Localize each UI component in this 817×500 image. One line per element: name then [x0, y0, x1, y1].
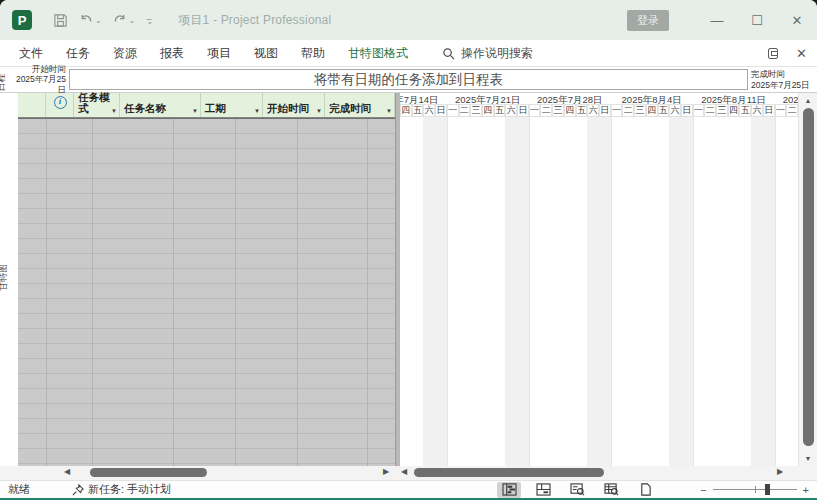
- tell-me-search[interactable]: 操作说明搜索: [442, 45, 533, 62]
- project-app-icon: P: [12, 10, 32, 30]
- day-header-cell: 五: [739, 104, 751, 116]
- chart-scroll-left-icon[interactable]: ◀: [401, 467, 407, 476]
- weekend-shading: [423, 117, 435, 466]
- row-id-header[interactable]: [18, 93, 46, 117]
- day-header-cell: 二: [786, 104, 798, 116]
- week-gridline: [529, 117, 530, 466]
- column-gridline: [46, 119, 47, 466]
- undo-dropdown-icon[interactable]: ⌄: [95, 16, 102, 25]
- day-header-cell: 二: [704, 104, 716, 116]
- column-header-label: 任务名称: [124, 103, 166, 114]
- day-header-cell: 三: [470, 104, 482, 116]
- zoom-out-button[interactable]: −: [700, 484, 706, 496]
- column-gridline: [235, 119, 236, 466]
- info-column-header[interactable]: i: [46, 93, 74, 117]
- table-body-grid[interactable]: [18, 118, 395, 466]
- timeline-pane: 日程 开始时间2025年7月25日 将带有日期的任务添加到日程表 完成时间202…: [0, 66, 817, 93]
- filter-dropdown-icon[interactable]: ▼: [316, 108, 322, 114]
- window-title: 项目1 - Project Professional: [178, 12, 331, 29]
- day-header-cell: 四: [728, 104, 740, 116]
- column-header-2[interactable]: 工期▼: [201, 93, 263, 117]
- collapse-ribbon-icon[interactable]: ✕: [796, 46, 807, 61]
- undo-button[interactable]: ⌄: [75, 11, 105, 30]
- chart-timescale: 2025年7月14日2025年7月21日2025年7月28日2025年8月4日2…: [400, 93, 798, 117]
- weekend-shading: [599, 117, 611, 466]
- filter-dropdown-icon[interactable]: ▼: [386, 108, 392, 114]
- filter-dropdown-icon[interactable]: ▼: [111, 108, 117, 114]
- timeline-add-tasks-box[interactable]: 将带有日期的任务添加到日程表: [69, 69, 748, 90]
- ribbon-tab-2[interactable]: 资源: [103, 41, 147, 66]
- zoom-in-button[interactable]: +: [803, 484, 809, 496]
- weekend-shading: [587, 117, 599, 466]
- search-label: 操作说明搜索: [461, 45, 533, 62]
- resource-sheet-view-button[interactable]: [599, 482, 623, 498]
- table-scroll-thumb[interactable]: [90, 468, 207, 477]
- day-header-cell: 日: [599, 104, 611, 116]
- weekend-shading: [435, 117, 447, 466]
- table-scroll-left-icon[interactable]: ◀: [64, 467, 70, 476]
- ribbon-tab-0[interactable]: 文件: [9, 41, 53, 66]
- save-icon[interactable]: [50, 11, 71, 30]
- column-gridline: [297, 119, 298, 466]
- column-header-1[interactable]: 任务名称▼: [120, 93, 201, 117]
- gantt-chart-view-button[interactable]: [497, 482, 521, 498]
- ribbon-tab-4[interactable]: 项目: [197, 41, 241, 66]
- day-header-cell: 日: [681, 104, 693, 116]
- column-header-3[interactable]: 开始时间▼: [263, 93, 325, 117]
- redo-dropdown-icon[interactable]: ⌄: [129, 16, 136, 25]
- day-header-cell: 日: [435, 104, 447, 116]
- task-table: i 任务模式▼任务名称▼工期▼开始时间▼完成时间▼: [18, 93, 395, 466]
- maximize-button[interactable]: ☐: [737, 0, 777, 40]
- zoom-slider-handle[interactable]: [765, 484, 770, 495]
- day-header-cell: 二: [540, 104, 552, 116]
- day-header-cell: 三: [634, 104, 646, 116]
- filter-dropdown-icon[interactable]: ▼: [254, 108, 260, 114]
- ribbon-tab-5[interactable]: 视图: [244, 41, 288, 66]
- column-header-4[interactable]: 完成时间▼: [325, 93, 395, 117]
- week-gridline: [693, 117, 694, 466]
- quick-access-toolbar: ⌄ ⌄ ⚊⌄: [50, 11, 156, 30]
- new-tasks-mode-button[interactable]: 新任务: 手动计划: [72, 482, 171, 497]
- chart-week-row: 2025年7月14日2025年7月21日2025年7月28日2025年8月4日2…: [400, 93, 798, 104]
- chart-day-row: 四五六日一二三四五六日一二三四五六日一二三四五六日一二三四五六日一二: [400, 104, 798, 117]
- day-header-cell: 一: [529, 104, 541, 116]
- chart-scroll-right-icon[interactable]: ▶: [777, 467, 783, 476]
- weekend-shading: [763, 117, 775, 466]
- column-gridline: [92, 119, 93, 466]
- close-button[interactable]: ✕: [777, 0, 817, 40]
- minimize-button[interactable]: —: [697, 0, 737, 40]
- day-header-cell: 六: [669, 104, 681, 116]
- day-header-cell: 二: [459, 104, 471, 116]
- customize-toolbar-icon[interactable]: ⚊⌄: [142, 14, 156, 26]
- vertical-scrollbar[interactable]: ▲ ▼: [798, 93, 817, 466]
- filter-dropdown-icon[interactable]: ▼: [192, 108, 198, 114]
- report-view-button[interactable]: [633, 482, 657, 498]
- vertical-scroll-thumb[interactable]: [803, 108, 814, 446]
- weekend-shading: [517, 117, 529, 466]
- ribbon-tab-3[interactable]: 报表: [150, 41, 194, 66]
- timeline-start: 开始时间2025年7月25日: [0, 64, 66, 96]
- ribbon-tab-1[interactable]: 任务: [56, 41, 100, 66]
- team-planner-view-button[interactable]: [565, 482, 589, 498]
- gantt-chart-area[interactable]: 2025年7月14日2025年7月21日2025年7月28日2025年8月4日2…: [400, 93, 798, 466]
- ribbon-tab-bar: 文件任务资源报表项目视图帮助甘特图格式 操作说明搜索 ✕: [0, 40, 817, 66]
- ribbon-tab-7[interactable]: 甘特图格式: [338, 41, 418, 66]
- scroll-down-icon[interactable]: ▼: [799, 455, 817, 462]
- signin-button[interactable]: 登录: [627, 10, 669, 31]
- day-header-cell: 五: [576, 104, 588, 116]
- chart-body[interactable]: [400, 117, 798, 466]
- table-scroll-right-icon[interactable]: ▶: [383, 467, 389, 476]
- scroll-up-icon[interactable]: ▲: [799, 97, 817, 104]
- column-header-0[interactable]: 任务模式▼: [74, 93, 120, 117]
- chart-scroll-thumb[interactable]: [414, 468, 604, 477]
- ribbon-display-options-icon[interactable]: [768, 48, 778, 59]
- horizontal-scrollbars: ◀ ▶ ◀ ▶: [0, 466, 817, 480]
- zoom-slider[interactable]: [713, 489, 797, 490]
- day-header-cell: 三: [552, 104, 564, 116]
- task-usage-view-button[interactable]: [531, 482, 555, 498]
- zoom-control: − +: [700, 484, 809, 496]
- timeline-finish: 完成时间2025年7月25日: [751, 69, 817, 90]
- day-header-cell: 四: [646, 104, 658, 116]
- redo-button[interactable]: ⌄: [109, 11, 139, 30]
- ribbon-tab-6[interactable]: 帮助: [291, 41, 335, 66]
